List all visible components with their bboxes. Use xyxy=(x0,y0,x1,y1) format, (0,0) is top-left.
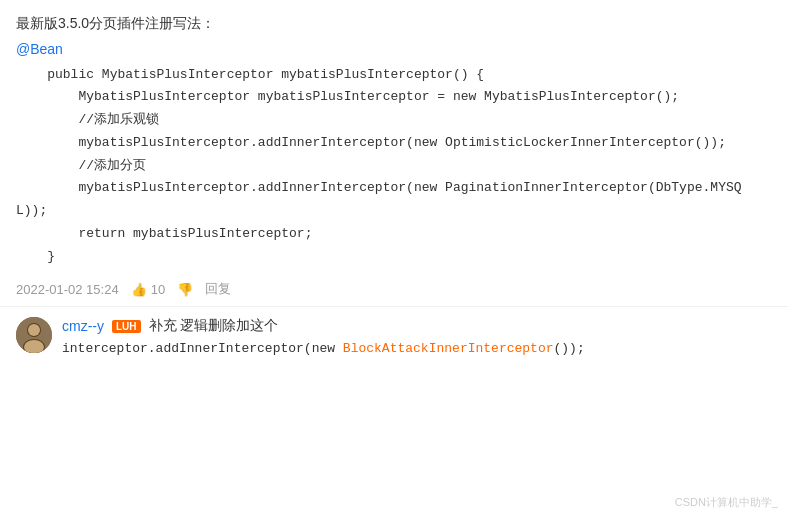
user-badge: LUH xyxy=(112,320,141,333)
comment-header: cmz--y LUH 补充 逻辑删除加这个 xyxy=(62,317,772,335)
code-block: 最新版3.5.0分页插件注册写法： @Bean public MybatisPl… xyxy=(0,0,788,268)
like-button[interactable]: 👍 10 xyxy=(131,282,165,297)
meta-bar: 2022-01-02 15:24 👍 10 👎 回复 xyxy=(0,272,788,306)
comment-body: cmz--y LUH 补充 逻辑删除加这个 interceptor.addInn… xyxy=(62,317,772,360)
comment-code: interceptor.addInnerInterceptor(new Bloc… xyxy=(62,339,772,360)
post-date: 2022-01-02 15:24 xyxy=(16,282,119,297)
comment-section: cmz--y LUH 补充 逻辑删除加这个 interceptor.addInn… xyxy=(0,306,788,370)
watermark: CSDN计算机中助学_ xyxy=(675,495,778,510)
like-count: 10 xyxy=(151,282,165,297)
svg-point-3 xyxy=(28,324,40,336)
code-part2: ()); xyxy=(554,341,585,356)
comment-action-text: 补充 逻辑删除加这个 xyxy=(149,317,279,335)
dislike-icon: 👎 xyxy=(177,282,193,297)
like-icon: 👍 xyxy=(131,282,147,297)
code-highlight: BlockAttackInnerInterceptor xyxy=(343,341,554,356)
intro-text: 最新版3.5.0分页插件注册写法： xyxy=(16,12,772,36)
code-content: public MybatisPlusInterceptor mybatisPlu… xyxy=(16,64,772,269)
avatar xyxy=(16,317,52,353)
commenter-username[interactable]: cmz--y xyxy=(62,318,104,334)
code-part1: interceptor.addInnerInterceptor(new xyxy=(62,341,343,356)
bean-annotation: @Bean xyxy=(16,38,772,62)
reply-button[interactable]: 回复 xyxy=(205,280,231,298)
dislike-button[interactable]: 👎 xyxy=(177,282,193,297)
